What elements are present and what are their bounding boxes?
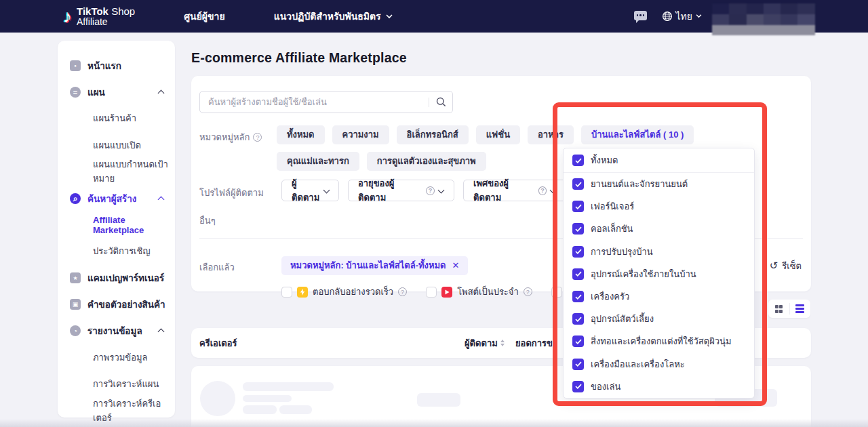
sidebar-item-find-creators[interactable]: ค้นหาผู้สร้าง <box>58 185 175 211</box>
chevron-up-icon <box>159 197 164 203</box>
chevron-down-icon <box>386 14 393 19</box>
option-collectibles[interactable]: คอลเล็กชัน <box>564 218 754 240</box>
option-all[interactable]: ทั้งหมด <box>564 148 754 173</box>
sidebar-item-data-overview[interactable]: ภาพรวมข้อมูล <box>58 344 175 371</box>
filter-quick-reply[interactable]: ตอบกลับอย่างรวดเร็ว ? <box>281 285 407 299</box>
option-pet-supplies[interactable]: อุปกรณ์สัตว์เลี้ยง <box>564 308 754 330</box>
skeleton-bar <box>243 382 334 391</box>
sidebar-item-plan-analysis[interactable]: การวิเคราะห์แผน <box>58 371 175 397</box>
chevron-up-icon <box>159 329 164 335</box>
follower-gender-dropdown[interactable]: เพศของผู้ติดตาม? <box>463 180 566 201</box>
checkbox-checked[interactable] <box>572 336 584 347</box>
chip-fashion[interactable]: แฟชั่น <box>476 125 520 144</box>
sidebar-item-affiliate-marketplace[interactable]: Affiliate Marketplace <box>58 211 175 238</box>
help-icon: ? <box>398 287 407 296</box>
checkbox-checked[interactable] <box>572 223 584 235</box>
option-tools-hardware[interactable]: เครื่องมือและเครื่องโลหะ <box>564 353 754 375</box>
list-view-button[interactable] <box>790 300 811 318</box>
reset-button[interactable]: ↺ รีเซ็ต <box>770 256 802 275</box>
others-filters: ตอบกลับอย่างรวดเร็ว ? โพสต์เป็นประจำ ? ก… <box>281 285 603 299</box>
sidebar-item-invite-history[interactable]: ประวัติการเชิญ <box>58 238 175 264</box>
follower-age-dropdown[interactable]: อายุของผู้ติดตาม? <box>348 180 454 201</box>
checkbox-checked[interactable] <box>572 291 584 302</box>
sidebar-item-shop-plan[interactable]: แผนร้านค้า <box>58 105 175 131</box>
page-title: E-commerce Affiliate Marketplace <box>191 50 407 66</box>
checkbox-checked[interactable] <box>572 313 584 325</box>
chip-home-lifestyle[interactable]: บ้านและไลฟ์สไตล์ ( 10 ) <box>581 125 694 144</box>
chevron-up-icon <box>159 91 164 96</box>
chevron-down-icon <box>439 186 444 192</box>
grid-view-button[interactable] <box>768 300 789 318</box>
option-kitchenware[interactable]: เครื่องครัว <box>564 285 754 308</box>
help-icon[interactable]: ? <box>253 133 262 142</box>
sidebar-item-open-plan[interactable]: แผนแบบเปิด <box>58 132 175 159</box>
chip-electronics[interactable]: อิเล็กทรอนิกส์ <box>397 125 469 144</box>
search-icon[interactable] <box>429 97 452 107</box>
option-furniture[interactable]: เฟอร์นิเจอร์ <box>564 195 754 218</box>
tiktok-note-icon: ♪ <box>63 7 72 25</box>
chip-selfcare-health[interactable]: การดูแลตัวเองและสุขภาพ <box>367 152 486 171</box>
remove-filter-icon[interactable]: ✕ <box>452 256 460 275</box>
checkbox-checked[interactable] <box>572 359 584 370</box>
creator-search-box <box>199 91 453 113</box>
category-row-label: หมวดหมู่หลัก ? <box>199 130 262 144</box>
follower-profile-label: โปรไฟล์ผู้ติดตาม <box>199 186 264 200</box>
column-followers[interactable]: ผู้ติดตาม <box>465 336 505 350</box>
sidebar-item-home[interactable]: หน้าแรก <box>58 52 175 79</box>
plans-icon <box>70 87 81 98</box>
checkbox-checked[interactable] <box>572 268 584 280</box>
checkbox-unchecked[interactable] <box>281 287 292 298</box>
sidebar-item-creator-analysis[interactable]: การวิเคราะห์ครีเอเตอร์ <box>58 397 175 424</box>
option-home-improvement[interactable]: การปรับปรุงบ้าน <box>564 241 754 263</box>
logo-sub: Affiliate <box>77 17 135 27</box>
chevron-down-icon <box>324 186 329 192</box>
selected-filter-chip[interactable]: หมวดหมู่หลัก: บ้านและไลฟ์สไตล์-ทั้งหมด ✕ <box>281 256 468 275</box>
checkbox-checked[interactable] <box>572 201 584 212</box>
language-selector[interactable]: ไทย <box>662 0 702 33</box>
checkbox-checked[interactable] <box>572 381 584 392</box>
sample-box-icon <box>70 299 81 310</box>
sidebar-item-plans[interactable]: แผน <box>58 79 175 105</box>
chip-beauty[interactable]: ความงาม <box>332 125 389 144</box>
view-toggle <box>768 300 810 318</box>
sidebar-item-target-plan[interactable]: แผนแบบกำหนดเป้าหมาย <box>58 159 175 185</box>
checkbox-checked[interactable] <box>572 155 584 166</box>
avatar-skeleton <box>200 381 235 416</box>
help-icon: ? <box>426 186 435 195</box>
tiktok-shop-affiliate-logo[interactable]: ♪ TikTok Shop Affiliate <box>63 6 135 26</box>
option-textiles[interactable]: สิ่งทอและเครื่องตกแต่งที่ใช้วัสดุผิวนุ่ม <box>564 330 754 352</box>
sort-icon <box>500 340 505 346</box>
sidebar-item-data-reports[interactable]: รายงานข้อมูล <box>58 318 175 344</box>
checkbox-checked[interactable] <box>572 246 584 258</box>
top-navbar: ♪ TikTok Shop Affiliate ศูนย์ผู้ขาย แนวป… <box>0 0 868 33</box>
reset-icon: ↺ <box>770 260 778 272</box>
nav-partner-guidelines[interactable]: แนวปฏิบัติสำหรับพันธมิตร <box>274 9 393 24</box>
sidebar-item-partner-campaigns[interactable]: แคมเปญพาร์ทเนอร์ <box>58 265 175 291</box>
campaign-badge-icon <box>70 272 81 283</box>
filter-regular-posts[interactable]: โพสต์เป็นประจำ ? <box>426 285 532 299</box>
option-automotive[interactable]: ยานยนต์และจักรยานยนต์ <box>564 173 754 195</box>
chevron-down-icon <box>551 186 556 192</box>
chip-food[interactable]: อาหาร <box>528 125 574 144</box>
selected-label: เลือกแล้ว <box>199 260 235 274</box>
column-creator: ครีเอเตอร์ <box>199 336 237 350</box>
search-input[interactable] <box>200 97 429 107</box>
list-icon <box>795 304 804 313</box>
logo-brand: TikTok <box>77 5 108 17</box>
find-creators-icon <box>70 193 81 204</box>
blurred-account-info <box>712 3 815 36</box>
checkbox-unchecked[interactable] <box>426 287 437 298</box>
sidebar: หน้าแรก แผน แผนร้านค้า แผนแบบเปิด แผนแบบ… <box>58 41 175 418</box>
checkbox-unchecked[interactable] <box>551 287 562 298</box>
option-home-appliances[interactable]: อุปกรณ์เครื่องใช้ภายในบ้าน <box>564 263 754 285</box>
help-icon: ? <box>538 186 547 195</box>
chat-icon[interactable] <box>634 11 647 20</box>
chip-all[interactable]: ทั้งหมด <box>277 125 325 144</box>
chip-mom-baby[interactable]: คุณแม่และทารก <box>277 152 359 171</box>
sidebar-item-sample-requests[interactable]: คำขอตัวอย่างสินค้า <box>58 291 175 318</box>
option-toys[interactable]: ของเล่น <box>564 375 754 398</box>
checkbox-checked[interactable] <box>572 178 584 190</box>
followers-dropdown[interactable]: ผู้ติดตาม <box>281 180 339 201</box>
others-label: อื่นๆ <box>199 214 216 228</box>
nav-seller-center[interactable]: ศูนย์ผู้ขาย <box>184 9 225 24</box>
